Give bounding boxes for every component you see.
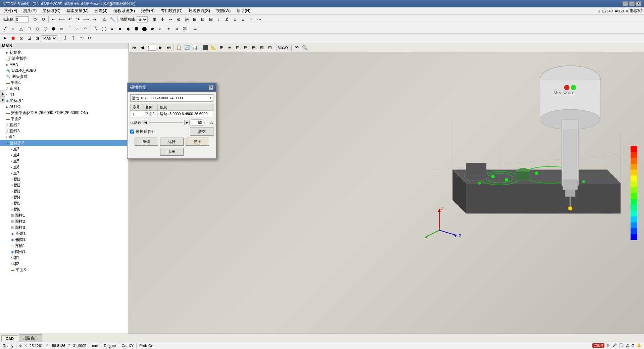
tree-item-32[interactable]: ⊟ 方槽1	[0, 243, 129, 249]
dialog-close-button[interactable]: ✕	[209, 85, 213, 90]
toolbar-icon-8[interactable]: ⇒	[90, 16, 98, 23]
tb-move-11[interactable]: ⊿	[231, 16, 239, 23]
vp-play-back[interactable]: ◀	[139, 44, 146, 51]
tree-item-8[interactable]: ◆ 坐标系1	[0, 98, 129, 104]
tree-item-29[interactable]: ⊟ 圆柱3	[0, 225, 129, 231]
toolbar-icon-2[interactable]: ↺	[40, 16, 47, 23]
action-icon-4[interactable]: ⊡	[26, 35, 33, 42]
menu-coordinate[interactable]: 坐标系(C)	[40, 7, 63, 14]
draw-icon-17[interactable]: ⬣	[133, 25, 140, 33]
vp-copy[interactable]: 📋	[175, 44, 183, 51]
action-icon-5[interactable]: ◑	[34, 35, 41, 42]
tb-move-10[interactable]: ⊻	[223, 16, 231, 23]
tb-move-9[interactable]: ↕	[215, 16, 222, 23]
action-icon-3[interactable]: ⧖	[17, 35, 25, 42]
vp-icon8[interactable]: ⊠	[258, 44, 265, 51]
menu-program[interactable]: 编程系统(E)	[111, 7, 138, 14]
vp-measure[interactable]: 📐	[210, 44, 217, 51]
tree-item-11[interactable]: ▬ 平面2	[0, 116, 129, 122]
draw-icon-24[interactable]: ⌙	[191, 25, 199, 33]
vp-icon5[interactable]: ⊡	[234, 44, 241, 51]
vp-icon7[interactable]: ⊞	[250, 44, 257, 51]
tb-move-2[interactable]: ✛	[159, 16, 166, 23]
draw-icon-7[interactable]: ⬢	[50, 25, 57, 33]
view-button[interactable]: VIEW ▾	[277, 44, 290, 51]
menu-env[interactable]: 环境设置(S)	[186, 7, 213, 14]
draw-icon-6[interactable]: ⬡	[42, 25, 49, 33]
tb-move-3[interactable]: ↔	[167, 16, 174, 23]
draw-icon-1[interactable]: ╱	[1, 25, 9, 33]
tree-item-3[interactable]: 🔩 D2L40_A0B0	[0, 67, 129, 73]
menu-measure[interactable]: 基本测量(M)	[64, 7, 91, 14]
tb-move-4[interactable]: ⊙	[175, 16, 182, 23]
tree-item-10[interactable]: ▬ 安全平面(ZDIR,26.6090,ZDIR,26.6090,ON)	[0, 110, 129, 116]
draw-icon-18[interactable]: ⬤	[141, 25, 148, 33]
tree-item-18[interactable]: • 点5	[0, 158, 129, 164]
tb-move-8[interactable]: ⊟	[207, 16, 214, 23]
motion-dropdown[interactable]: 运动 187.0000 -3.0000 -4.0000 ▾	[130, 94, 213, 102]
draw-icon-4[interactable]: □	[26, 25, 33, 33]
vp-icon4[interactable]: ≡	[226, 44, 233, 51]
tb-move-1[interactable]: ⊕	[151, 16, 158, 23]
action-icon-8[interactable]: ⟲	[78, 35, 85, 42]
draw-icon-21[interactable]: ⌖	[165, 25, 172, 33]
tree-container[interactable]: ▶ 初始化 📋 清空报告 ▶ MAN 🔩 D2L40_A0B0 🔧 测头参数 ▬…	[0, 49, 129, 334]
toolbar-icon-1[interactable]: ⟳	[32, 16, 39, 23]
stop-btn[interactable]: ⏹	[9, 35, 17, 42]
menu-help[interactable]: 帮助(H)	[234, 7, 253, 14]
vp-rotate[interactable]: 🔄	[183, 44, 191, 51]
tree-item-23[interactable]: ○ 圆3	[0, 188, 129, 194]
tree-item-33[interactable]: ◉ 圆槽1	[0, 249, 129, 255]
vp-play-start[interactable]: ⏮	[131, 44, 138, 51]
tb-move-12[interactable]: ⊾	[239, 16, 247, 23]
tree-item-14[interactable]: • 点2	[0, 134, 129, 140]
tree-item-0[interactable]: ▶ 初始化	[0, 49, 129, 55]
dialog-title-bar[interactable]: 碰撞检测 ✕	[128, 83, 216, 92]
draw-icon-10[interactable]: ⌓	[74, 25, 81, 33]
draw-icon-22[interactable]: ⌗	[173, 25, 180, 33]
toolbar-icon-4[interactable]: ⟸	[58, 16, 65, 23]
clear-button[interactable]: 清空	[190, 128, 213, 136]
vp-play-fwd[interactable]: ▶	[157, 44, 164, 51]
vp-box[interactable]: ⬛	[202, 44, 209, 51]
tree-item-4[interactable]: 🔧 测头参数	[0, 73, 129, 80]
tree-item-21[interactable]: ○ 圆1	[0, 176, 129, 182]
menu-probe[interactable]: 测头(P)	[20, 7, 39, 14]
vp-search[interactable]: 🔍	[301, 44, 308, 51]
maximize-button[interactable]: □	[629, 1, 635, 6]
draw-icon-3[interactable]: △	[17, 25, 25, 33]
tree-item-15[interactable]: ◆ 坐标系2	[0, 140, 129, 146]
draw-icon-15[interactable]: ■	[116, 25, 124, 33]
tb-move-14[interactable]: ⋯	[255, 16, 263, 23]
stop-after-collision-checkbox[interactable]	[130, 130, 134, 134]
tree-item-12[interactable]: ╱ 直线2	[0, 122, 129, 128]
menu-tolerance[interactable]: 公差(J)	[92, 7, 110, 14]
tb-move-5[interactable]: ◎	[183, 16, 190, 23]
toolbar-icon-6[interactable]: ↷	[74, 16, 82, 23]
run-button[interactable]: 运行	[160, 138, 184, 146]
scroll-up-arrow[interactable]: ▲	[0, 90, 5, 97]
vp-eye[interactable]: 👁	[293, 44, 300, 51]
tree-item-28[interactable]: ⊟ 圆柱2	[0, 218, 129, 225]
vp-icon3[interactable]: ⊞	[218, 44, 225, 51]
man-select[interactable]: MAN CNC	[42, 35, 57, 41]
assist-select[interactable]: 无	[137, 16, 148, 22]
tree-item-19[interactable]: • 点6	[0, 164, 129, 170]
draw-icon-13[interactable]: ◯	[100, 25, 108, 33]
tree-item-17[interactable]: • 点4	[0, 152, 129, 158]
minimize-button[interactable]: ─	[623, 1, 628, 6]
toolbar-icon-10[interactable]: 🔧	[109, 16, 116, 23]
vp-step-input[interactable]	[147, 45, 156, 51]
tb-move-13[interactable]: ⋮	[247, 16, 255, 23]
toolbar-icon-7[interactable]: ⟹	[82, 16, 90, 23]
tree-item-9[interactable]: ▶ AUTO	[0, 104, 129, 110]
tree-item-30[interactable]: ▲ 圆锥1	[0, 231, 129, 237]
toolbar-icon-9[interactable]: ⚠	[101, 16, 108, 23]
vp-chart[interactable]: 📊	[191, 44, 199, 51]
action-icon-7[interactable]: ⤵	[70, 35, 77, 42]
tb-move-6[interactable]: ⊞	[191, 16, 198, 23]
stop-button[interactable]: 停止	[186, 138, 209, 146]
tree-item-13[interactable]: ╱ 直线3	[0, 128, 129, 134]
collision-dialog[interactable]: 碰撞检测 ✕ 运动 187.0000 -3.0000 -4.0000 ▾ 序号 …	[127, 83, 217, 159]
tree-item-25[interactable]: ○ 圆5	[0, 200, 129, 206]
